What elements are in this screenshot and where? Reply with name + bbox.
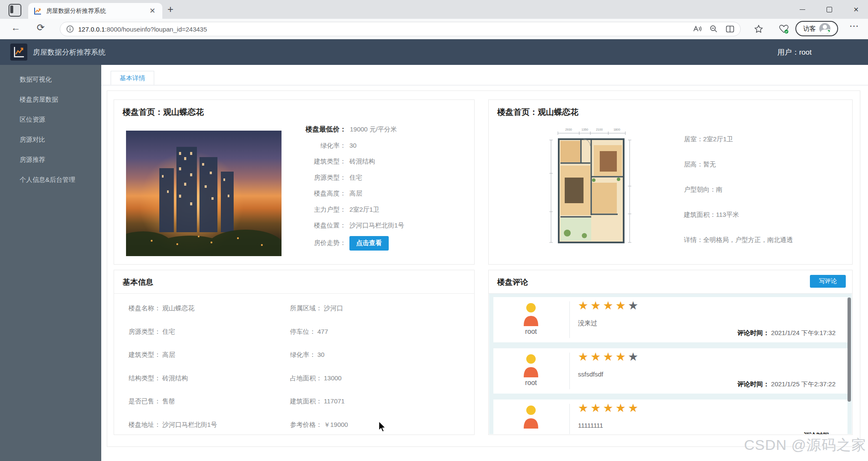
field-value: 沙河口马栏北街1号 [162,421,217,428]
sidebar-item-house-recommend[interactable]: 房源推荐 [0,149,101,169]
field-label: 占地面积： [290,374,322,382]
field-value: 2室2厅1卫 [703,135,733,143]
field-value: 113平米 [716,211,739,218]
field-label: 建筑面积： [290,397,322,405]
star-icon: ★ [628,402,640,414]
star-icon: ★ [616,402,628,414]
user-name: root [799,48,812,56]
browser-tab[interactable]: 房屋数据分析推荐系统 ✕ [28,3,162,19]
divider [114,293,474,294]
field-label: 楼盘名称： [129,304,161,312]
sidebar-item-loupan-house-data[interactable]: 楼盘房屋数据 [0,89,101,109]
tab-bar: 基本详情 [101,71,868,85]
field-row: 所属区域：沙河口 [290,297,467,320]
mouse-cursor [378,421,387,433]
read-aloud-icon[interactable] [692,25,702,33]
svg-text:2930: 2930 [565,128,572,131]
user-avatar-icon [521,302,541,326]
field-label: 楼盘位置： [305,217,346,233]
star-icon: ★ [578,299,590,312]
field-label: 详情： [684,236,703,243]
field-row: 楼盘最低价：19000 元/平分米 [305,121,404,137]
tab-close-icon[interactable]: ✕ [148,6,157,15]
field-row: 占地面积：13000 [290,367,467,390]
price-trend-row: 房价走势： 点击查看 [305,236,404,251]
app-title: 房屋数据分析推荐系统 [33,47,106,57]
field-row: 楼盘名称：观山蝶恋花 [129,297,290,320]
sidebar-item-profile-admin[interactable]: 个人信息&后台管理 [0,169,101,190]
field-row: 建筑面积：117071 [290,390,467,413]
profile-name: 访客 [803,25,816,33]
card-title: 楼盘评论 [497,277,528,287]
floorplan-image: 2930 1350 2100 1800 [546,126,634,250]
line-chart-favicon-icon [33,7,42,15]
favorites-star-icon[interactable] [754,24,764,34]
field-label: 户型朝向： [684,186,716,193]
divider [569,301,570,338]
right-column: 楼盘首页：观山蝶恋花 2930 1350 2100 1800 [488,99,853,440]
star-rating: ★★★★★ [578,401,640,415]
field-value: 30 [349,142,357,149]
url-bar[interactable]: 127.0.0.1:8000/houseinfo?loupan_id=24343… [60,22,741,36]
star-icon: ★ [578,350,590,363]
sidebar-item-house-compare[interactable]: 房源对比 [0,129,101,149]
field-row: 建筑类型：砖混结构 [305,153,404,169]
csdn-watermark: CSDN @源码之家 [744,435,866,455]
browser-tab-strip: 房屋数据分析推荐系统 ✕ + × [0,0,868,19]
sidebar-item-data-visualization[interactable]: 数据可视化 [0,69,101,89]
field-label: 结构类型： [129,374,161,382]
content-panel: 楼盘首页：观山蝶恋花 [107,90,860,447]
comment-time: 评论时间： 2021/1/24 下午9:17:32 [737,329,836,337]
svg-text:2100: 2100 [596,128,603,131]
field-value: 住宅 [349,174,362,181]
star-icon: ★ [590,350,603,363]
user-avatar-icon [521,405,541,429]
star-icon: ★ [603,350,615,363]
settings-more-icon[interactable]: ⋯ [849,20,859,32]
overview-details: 楼盘最低价：19000 元/平分米 绿化率：30 建筑类型：砖混结构 房源类型：… [305,121,404,251]
divider [569,353,570,389]
field-value: 117071 [324,397,345,405]
field-label: 是否已售： [129,397,161,405]
star-rating: ★★★★★ [578,350,640,364]
field-label: 所属区域： [290,304,322,312]
field-value: 全明格局，户型方正，南北通透 [703,236,793,243]
refresh-icon[interactable]: ⟳ [37,22,44,33]
tab-actions-menu-icon[interactable] [9,4,21,17]
star-icon: ★ [578,402,590,414]
floorplan-card: 楼盘首页：观山蝶恋花 2930 1350 2100 1800 [488,99,853,265]
basic-info-grid: 楼盘名称：观山蝶恋花 所属区域：沙河口 房源类型：住宅 停车位：477 建筑类型… [129,297,467,436]
field-label: 绿化率： [305,137,346,154]
field-row: 房源类型：住宅 [129,320,290,344]
profile-button[interactable]: 访客 [795,21,838,36]
page-info-icon[interactable] [66,25,74,33]
comments-scrollbar-thumb[interactable] [847,298,851,402]
window-minimize-button[interactable] [790,0,814,19]
field-value: 沙河口 [324,304,343,312]
field-row: 房源类型：住宅 [305,169,404,186]
sidebar-item-location-resources[interactable]: 区位资源 [0,109,101,129]
field-label: 层高： [684,160,703,168]
field-label: 主力户型： [305,201,346,218]
svg-text:1800: 1800 [613,128,620,131]
browser-essentials-icon[interactable] [778,24,789,34]
comment-time: 评论时间： [803,432,836,434]
field-row: 结构类型：砖混结构 [129,367,290,390]
window-maximize-button[interactable] [817,0,841,19]
window-close-button[interactable]: × [844,0,868,19]
comment-user [493,400,569,434]
user-avatar-icon [521,353,541,377]
comment-text: 11111111 [578,422,603,429]
avatar [819,23,830,34]
tab-basic-details[interactable]: 基本详情 [111,71,154,85]
zoom-out-icon[interactable] [710,25,718,33]
field-row: 停车位：477 [290,320,467,344]
split-screen-icon[interactable] [726,25,734,33]
write-comment-button[interactable]: 写评论 [810,275,846,288]
new-tab-button[interactable]: + [167,3,173,15]
svg-text:1350: 1350 [581,128,588,131]
maximize-icon [827,7,832,12]
view-price-trend-button[interactable]: 点击查看 [349,236,389,251]
comments-card: 楼盘评论 写评论 root ★★★★★ [488,270,853,435]
back-icon[interactable]: ← [11,22,21,33]
